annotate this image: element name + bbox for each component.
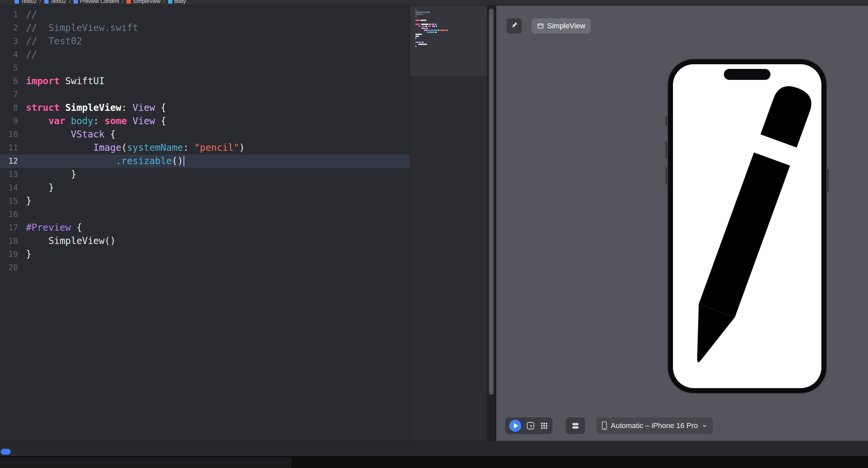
line-number[interactable]: 14 [0, 181, 24, 194]
code-text [24, 261, 410, 274]
power-button [827, 169, 829, 192]
code-text [24, 88, 410, 101]
line-number[interactable]: 3 [0, 35, 24, 48]
pencil-symbol [678, 75, 817, 379]
code-line[interactable]: 13 } [0, 168, 410, 181]
code-line[interactable]: 6import SwiftUI [0, 74, 410, 88]
line-number[interactable]: 11 [0, 141, 24, 154]
code-text: .resizable() [24, 154, 410, 168]
status-bar [0, 441, 868, 457]
device-screen [673, 64, 822, 388]
folder-icon [73, 0, 78, 4]
text-cursor [183, 156, 184, 166]
editor-scrollbar[interactable] [487, 5, 496, 441]
minimap[interactable] [410, 5, 487, 441]
code-line[interactable]: 17#Preview { [0, 221, 410, 234]
line-number[interactable]: 8 [0, 101, 24, 115]
code-lines: 1//2// SimpleView.swift3// Test024//56im… [0, 8, 410, 274]
code-line[interactable]: 9 var body: some View { [0, 115, 410, 128]
minimap-content [410, 9, 487, 49]
line-number[interactable]: 19 [0, 248, 24, 261]
code-line[interactable]: 5 [0, 61, 410, 74]
code-text: Image(systemName: "pencil") [24, 141, 410, 154]
jump-bar: Test02/Test02/Preview Content/SimpleView… [0, 0, 868, 6]
code-line[interactable]: 3// Test02 [0, 35, 410, 48]
preview-mode-controls [505, 417, 553, 434]
code-text: } [24, 168, 410, 181]
code-text: // [24, 48, 410, 61]
rows-icon [571, 421, 580, 430]
code-text: VStack { [24, 128, 410, 141]
breadcrumb-label: SimpleView [133, 0, 160, 4]
volume-down-button [665, 167, 667, 185]
code-text: struct SimpleView: View { [24, 101, 410, 115]
line-number[interactable]: 12 [0, 154, 24, 168]
preview-tab[interactable]: SimpleView [531, 18, 591, 34]
line-number[interactable]: 6 [0, 74, 24, 88]
breadcrumb-item[interactable]: Test02 [44, 0, 66, 4]
code-line[interactable]: 20 [0, 261, 410, 274]
property-icon [168, 0, 173, 4]
line-number[interactable]: 4 [0, 48, 24, 61]
breadcrumb-item[interactable]: SimpleView [126, 0, 160, 4]
volume-up-button [665, 141, 667, 159]
breadcrumb-separator: / [40, 0, 41, 4]
line-number[interactable]: 5 [0, 61, 24, 74]
line-number[interactable]: 15 [0, 194, 24, 208]
code-editor[interactable]: 1//2// SimpleView.swift3// Test024//56im… [0, 5, 410, 441]
breadcrumb-separator: / [69, 0, 70, 4]
code-line[interactable]: 8struct SimpleView: View { [0, 101, 410, 115]
code-line[interactable]: 1// [0, 8, 410, 21]
minimap-line [410, 47, 487, 49]
code-line[interactable]: 16 [0, 208, 410, 221]
xcode-window: Test02/Test02/Preview Content/SimpleView… [0, 0, 868, 468]
line-number[interactable]: 20 [0, 261, 24, 274]
breadcrumb-item[interactable]: body [168, 0, 186, 4]
code-line[interactable]: 12 .resizable() [0, 154, 410, 168]
code-line[interactable]: 7 [0, 88, 410, 101]
line-number[interactable]: 18 [0, 234, 24, 248]
chevron-down-icon [702, 423, 708, 429]
code-line[interactable]: 14 } [0, 181, 410, 194]
line-number[interactable]: 7 [0, 88, 24, 101]
progress-pill [1, 449, 11, 455]
pin-preview-button[interactable] [506, 18, 522, 34]
device-selector[interactable]: Automatic – iPhone 16 Pro [596, 417, 713, 434]
device-settings-button[interactable] [566, 417, 585, 434]
code-line[interactable]: 11 Image(systemName: "pencil") [0, 141, 410, 154]
code-text: } [24, 181, 410, 194]
line-number[interactable]: 2 [0, 21, 24, 35]
line-number[interactable]: 16 [0, 208, 24, 221]
code-line[interactable]: 4// [0, 48, 410, 61]
variants-grid-button[interactable] [540, 422, 549, 430]
preview-tab-label: SimpleView [547, 22, 585, 30]
code-text [24, 61, 410, 74]
line-number[interactable]: 1 [0, 8, 24, 21]
breadcrumb-label: body [175, 0, 186, 4]
debug-bar-left [0, 457, 292, 468]
code-line[interactable]: 10 VStack { [0, 128, 410, 141]
line-number[interactable]: 9 [0, 115, 24, 128]
code-text: #Preview { [24, 221, 410, 234]
folder-icon [44, 0, 49, 4]
code-line[interactable]: 2// SimpleView.swift [0, 21, 410, 35]
scrollbar-thumb[interactable] [489, 9, 494, 395]
line-number[interactable]: 10 [0, 128, 24, 141]
selectable-mode-button[interactable] [526, 421, 535, 430]
code-line[interactable]: 18 SimpleView() [0, 234, 410, 248]
code-line[interactable]: 19} [0, 248, 410, 261]
action-button [665, 116, 667, 126]
breadcrumb-item[interactable]: Test02 [14, 0, 37, 4]
line-number[interactable]: 17 [0, 221, 24, 234]
debug-bar [0, 456, 868, 468]
live-preview-button[interactable] [509, 420, 521, 432]
code-text: // [24, 8, 410, 21]
breadcrumb-label: Test02 [51, 0, 66, 4]
line-number[interactable]: 13 [0, 168, 24, 181]
breadcrumb-separator: / [122, 0, 123, 4]
code-text: var body: some View { [24, 115, 410, 128]
code-text: // Test02 [24, 35, 410, 48]
phone-icon [602, 422, 607, 430]
breadcrumb-item[interactable]: Preview Content [73, 0, 119, 4]
code-line[interactable]: 15} [0, 194, 410, 208]
